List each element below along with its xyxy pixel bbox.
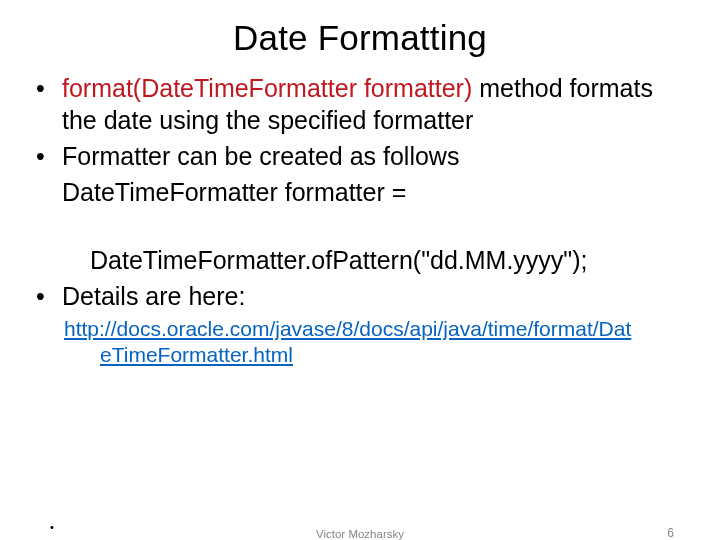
link-block: http://docs.oracle.com/javase/8/docs/api… bbox=[0, 316, 720, 369]
content-area: format(DateTimeFormatter formatter) meth… bbox=[0, 72, 720, 312]
footer-author: Victor Mozharsky bbox=[0, 528, 720, 540]
slide: Date Formatting format(DateTimeFormatter… bbox=[0, 18, 720, 540]
slide-title: Date Formatting bbox=[0, 18, 720, 58]
method-signature: format(DateTimeFormatter formatter) bbox=[62, 74, 472, 102]
link-line-1: http://docs.oracle.com/javase/8/docs/api… bbox=[64, 317, 631, 340]
docs-link[interactable]: http://docs.oracle.com/javase/8/docs/api… bbox=[64, 317, 686, 369]
code-line-1: DateTimeFormatter formatter = bbox=[62, 176, 686, 208]
code-line-2: DateTimeFormatter.ofPattern("dd.MM.yyyy"… bbox=[62, 244, 686, 276]
blank-line bbox=[62, 212, 686, 244]
footer-page-number: 6 bbox=[667, 526, 674, 540]
link-line-2: eTimeFormatter.html bbox=[64, 342, 686, 368]
bullet-item-3: Details are here: bbox=[62, 280, 686, 312]
bullet-item-1: format(DateTimeFormatter formatter) meth… bbox=[62, 72, 686, 136]
bullet-item-2: Formatter can be created as follows bbox=[62, 140, 686, 172]
